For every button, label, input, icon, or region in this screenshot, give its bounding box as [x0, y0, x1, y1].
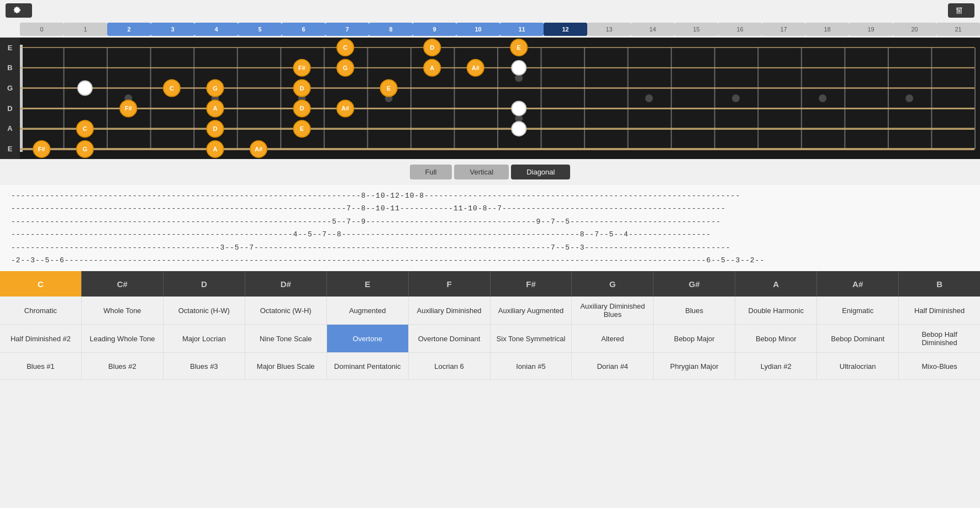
scale-cell-mixo-blues[interactable]: Mixo-Blues [899, 353, 980, 379]
tab-line: ----------------------------------------… [11, 189, 969, 202]
fret-number-14[interactable]: 14 [631, 23, 675, 36]
fret-number-21[interactable]: 21 [936, 23, 980, 36]
tab-line: ----------------------------------------… [11, 215, 969, 228]
scale-cell-bebop-major[interactable]: Bebop Major [654, 325, 735, 352]
scale-cell-lydian-#2[interactable]: Lydian #2 [735, 353, 817, 379]
scale-cell-auxiliary-diminished[interactable]: Auxiliary Diminished [409, 297, 491, 324]
scale-cell-ionian-#5[interactable]: Ionian #5 [491, 353, 572, 379]
tab-section: ----------------------------------------… [0, 185, 980, 271]
note-btn-Fsharp[interactable]: F# [491, 271, 572, 297]
note-btn-Asharp[interactable]: A# [817, 271, 899, 297]
scale-cell-enigmatic[interactable]: Enigmatic [817, 297, 899, 324]
scale-cell-major-locrian[interactable]: Major Locrian [164, 325, 245, 352]
note-btn-A[interactable]: A [735, 271, 817, 297]
scale-cell-whole-tone[interactable]: Whole Tone [82, 297, 164, 324]
settings-button[interactable] [6, 3, 32, 18]
scale-cell-phrygian-major[interactable]: Phrygian Major [654, 353, 735, 379]
scale-cell-dorian-#4[interactable]: Dorian #4 [572, 353, 654, 379]
scale-cell-blues-#2[interactable]: Blues #2 [82, 353, 164, 379]
note-btn-F[interactable]: F [409, 271, 491, 297]
scale-cell-blues[interactable]: Blues [654, 297, 735, 324]
tunings-icon [956, 7, 963, 14]
fret-number-5[interactable]: 5 [238, 23, 282, 36]
fret-number-7[interactable]: 7 [325, 23, 369, 36]
view-buttons: FullVerticalDiagonal [0, 159, 980, 185]
fret-number-6[interactable]: 6 [282, 23, 325, 36]
fret-number-13[interactable]: 13 [587, 23, 631, 36]
scale-cell-overtone-dominant[interactable]: Overtone Dominant [409, 325, 491, 352]
scale-cell-chromatic[interactable]: Chromatic [0, 297, 82, 324]
note-btn-Dsharp[interactable]: D# [245, 271, 327, 297]
scale-row-0: ChromaticWhole ToneOctatonic (H-W)Octato… [0, 297, 980, 325]
scale-cell-locrian-6[interactable]: Locrian 6 [409, 353, 491, 379]
scale-cell-octatonic-(h-w)[interactable]: Octatonic (H-W) [164, 297, 245, 324]
string-label-E: E [0, 139, 20, 159]
scale-cell-ultralocrian[interactable]: Ultralocrian [817, 353, 899, 379]
fret-number-4[interactable]: 4 [194, 23, 238, 36]
tunings-button[interactable] [948, 3, 974, 18]
scale-cell-major-blues-scale[interactable]: Major Blues Scale [245, 353, 327, 379]
scale-cell-blues-#1[interactable]: Blues #1 [0, 353, 82, 379]
fret-number-1[interactable]: 1 [64, 23, 107, 36]
fret-numbers: 0123456789101112131415161718192021 [0, 21, 980, 38]
note-btn-Gsharp[interactable]: G# [654, 271, 735, 297]
string-label-E: E [0, 38, 20, 58]
fret-number-16[interactable]: 16 [718, 23, 762, 36]
scale-cell-augmented[interactable]: Augmented [327, 297, 409, 324]
note-selector: CC#DD#EFF#GG#AA#B [0, 271, 980, 297]
string-label-A: A [0, 119, 20, 139]
note-btn-Csharp[interactable]: C# [82, 271, 164, 297]
top-bar [0, 0, 980, 21]
fret-number-9[interactable]: 9 [413, 23, 456, 36]
note-btn-E[interactable]: E [327, 271, 409, 297]
fret-number-8[interactable]: 8 [369, 23, 413, 36]
fret-number-12[interactable]: 12 [544, 23, 587, 36]
fret-number-10[interactable]: 10 [456, 23, 500, 36]
note-btn-G[interactable]: G [572, 271, 654, 297]
fret-number-18[interactable]: 18 [805, 23, 849, 36]
view-btn-vertical[interactable]: Vertical [454, 165, 509, 179]
scale-row-1: Half Diminished #2Leading Whole ToneMajo… [0, 325, 980, 353]
scale-cell-altered[interactable]: Altered [572, 325, 654, 352]
scale-cell-dominant-pentatonic[interactable]: Dominant Pentatonic [327, 353, 409, 379]
fret-number-0[interactable]: 0 [20, 23, 64, 36]
scale-cell-half-diminished-#2[interactable]: Half Diminished #2 [0, 325, 82, 352]
fret-number-11[interactable]: 11 [500, 23, 544, 36]
fret-number-17[interactable]: 17 [762, 23, 805, 36]
scale-cell-overtone[interactable]: Overtone [327, 325, 409, 352]
scale-cell-bebop-minor[interactable]: Bebop Minor [735, 325, 817, 352]
fretboard-inner[interactable]: CDEF#GAA#CGDEF#ADA#CDEF#GAA# [20, 38, 980, 159]
note-btn-B[interactable]: B [899, 271, 980, 297]
scale-cell-auxiliary-diminished-blues[interactable]: Auxiliary Diminished Blues [572, 297, 654, 324]
scale-cell-half-diminished[interactable]: Half Diminished [899, 297, 980, 324]
note-btn-C[interactable]: C [0, 271, 82, 297]
string-label-B: B [0, 58, 20, 78]
scale-cell-six-tone-symmetrical[interactable]: Six Tone Symmetrical [491, 325, 572, 352]
string-labels: EBGDAE [0, 38, 20, 159]
scale-cell-double-harmonic[interactable]: Double Harmonic [735, 297, 817, 324]
tab-line: ----------------------------------------… [11, 228, 969, 241]
tab-line: ----------------------------------------… [11, 202, 969, 215]
scale-cell-blues-#3[interactable]: Blues #3 [164, 353, 245, 379]
scale-cell-bebop-dominant[interactable]: Bebop Dominant [817, 325, 899, 352]
string-label-D: D [0, 98, 20, 119]
scale-cell-leading-whole-tone[interactable]: Leading Whole Tone [82, 325, 164, 352]
settings-icon [13, 7, 21, 14]
fret-number-20[interactable]: 20 [893, 23, 936, 36]
scale-cell-octatonic-(w-h)[interactable]: Octatonic (W-H) [245, 297, 327, 324]
view-btn-full[interactable]: Full [410, 165, 452, 179]
fret-number-19[interactable]: 19 [849, 23, 893, 36]
note-btn-D[interactable]: D [164, 271, 245, 297]
scale-row-2: Blues #1Blues #2Blues #3Major Blues Scal… [0, 353, 980, 380]
fret-number-2[interactable]: 2 [107, 23, 151, 36]
fretboard-container: EBGDAE CDEF#GAA#CGDEF#ADA#CDEF#GAA# [0, 38, 980, 159]
tab-line: -2--3--5--6-----------------------------… [11, 254, 969, 267]
view-btn-diagonal[interactable]: Diagonal [511, 165, 570, 179]
fret-number-15[interactable]: 15 [675, 23, 718, 36]
scale-grid: ChromaticWhole ToneOctatonic (H-W)Octato… [0, 297, 980, 380]
scale-cell-auxiliary-augmented[interactable]: Auxiliary Augmented [491, 297, 572, 324]
scale-cell-nine-tone-scale[interactable]: Nine Tone Scale [245, 325, 327, 352]
fret-number-3[interactable]: 3 [151, 23, 194, 36]
scale-cell-bebop-half-diminished[interactable]: Bebop Half Diminished [899, 325, 980, 352]
string-label-G: G [0, 78, 20, 98]
